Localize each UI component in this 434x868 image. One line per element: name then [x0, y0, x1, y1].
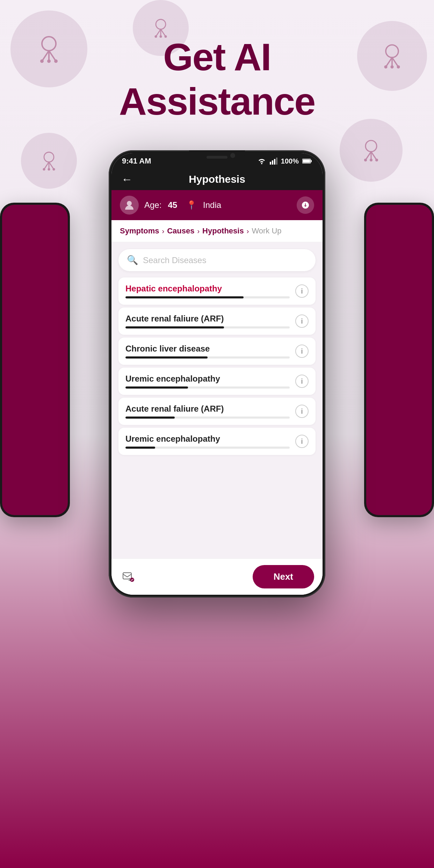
nav-title: Hypothesis: [189, 173, 245, 185]
disease-item[interactable]: Uremic encephalopathyi: [118, 368, 316, 395]
wifi-icon: [257, 158, 266, 165]
download-button[interactable]: [297, 196, 314, 214]
svg-line-24: [371, 152, 377, 160]
svg-rect-42: [303, 160, 310, 163]
svg-point-33: [48, 168, 50, 171]
svg-point-32: [43, 168, 45, 171]
side-phone-right: [364, 203, 434, 517]
back-button[interactable]: ←: [121, 173, 132, 186]
disease-name: Uremic encephalopathy: [125, 374, 290, 384]
progress-bar-bg: [125, 296, 290, 298]
disease-item[interactable]: Acute renal faliure (ARF)i: [118, 308, 316, 335]
age-value: 45: [168, 200, 177, 210]
avatar: [120, 196, 139, 215]
progress-bar-fill: [125, 356, 208, 359]
battery-level: 100%: [281, 157, 299, 165]
svg-rect-36: [270, 162, 271, 165]
svg-point-34: [53, 168, 55, 171]
disease-name: Uremic encephalopathy: [125, 434, 290, 444]
breadcrumb-causes[interactable]: Causes: [167, 226, 194, 236]
svg-line-22: [366, 152, 371, 160]
main-content: 🔍 Search Diseases Hepatic encephalopathy…: [111, 242, 323, 558]
progress-bar-bg: [125, 417, 290, 419]
progress-bar-fill: [125, 296, 244, 298]
svg-point-25: [364, 159, 367, 161]
side-phone-left: [0, 203, 70, 517]
status-time: 9:41 AM: [122, 157, 151, 166]
disease-list: Hepatic encephalopathyiAcute renal faliu…: [118, 277, 316, 458]
info-icon[interactable]: i: [295, 345, 309, 358]
signal-icon: [270, 158, 277, 165]
battery-icon: [302, 158, 312, 164]
breadcrumb-hypothesis[interactable]: Hypothesis: [202, 226, 244, 236]
phone-notch: [189, 150, 245, 160]
info-icon[interactable]: i: [295, 375, 309, 388]
info-icon[interactable]: i: [295, 435, 309, 448]
progress-bar-fill: [125, 447, 155, 449]
bottom-bar: Next: [111, 558, 323, 595]
patient-info: Age: 45 📍 India: [144, 200, 291, 210]
svg-point-35: [261, 163, 262, 164]
progress-bar-fill: [125, 326, 224, 328]
svg-point-28: [44, 152, 54, 162]
deco-circle-4: [340, 119, 403, 182]
phone-device: 9:41 AM 100%: [109, 150, 325, 598]
svg-point-43: [127, 201, 132, 206]
phone-screen: 9:41 AM 100%: [111, 153, 323, 595]
breadcrumb-chevron-1: ›: [162, 227, 164, 235]
breadcrumb-chevron-2: ›: [197, 227, 200, 235]
progress-bar-bg: [125, 326, 290, 328]
progress-bar-bg: [125, 356, 290, 359]
svg-rect-41: [311, 160, 312, 162]
svg-rect-44: [123, 573, 131, 579]
disease-item[interactable]: Chronic liver diseasei: [118, 338, 316, 365]
search-icon: 🔍: [127, 255, 138, 266]
svg-rect-37: [272, 160, 273, 165]
feedback-button[interactable]: [120, 568, 137, 586]
svg-rect-39: [276, 158, 277, 165]
info-icon[interactable]: i: [295, 405, 309, 418]
search-box[interactable]: 🔍 Search Diseases: [118, 249, 316, 271]
info-icon[interactable]: i: [295, 314, 309, 328]
disease-name: Hepatic encephalopathy: [125, 284, 290, 294]
top-nav: ← Hypothesis: [111, 168, 323, 190]
location: India: [203, 200, 221, 210]
svg-rect-38: [274, 159, 275, 165]
breadcrumb-workup[interactable]: Work Up: [252, 226, 281, 236]
disease-item[interactable]: Hepatic encephalopathyi: [118, 277, 316, 305]
progress-bar-bg: [125, 447, 290, 449]
progress-bar-fill: [125, 417, 175, 419]
disease-name: Chronic liver disease: [125, 344, 290, 354]
age-label: Age:: [144, 200, 161, 210]
next-button[interactable]: Next: [253, 565, 314, 588]
svg-point-26: [370, 159, 372, 161]
search-input-placeholder: Search Diseases: [143, 255, 206, 265]
disease-name: Acute renal faliure (ARF): [125, 404, 290, 414]
breadcrumb: Symptoms › Causes › Hypothesis › Work Up: [111, 220, 323, 242]
svg-line-29: [44, 162, 49, 169]
svg-line-31: [49, 162, 54, 169]
progress-bar-bg: [125, 386, 290, 389]
disease-item[interactable]: Uremic encephalopathyi: [118, 428, 316, 455]
svg-point-21: [366, 140, 377, 152]
svg-point-7: [156, 20, 166, 29]
status-icons: 100%: [257, 157, 312, 165]
breadcrumb-symptoms[interactable]: Symptoms: [120, 226, 159, 236]
breadcrumb-chevron-3: ›: [247, 227, 249, 235]
main-heading: Get AI Assistance: [0, 35, 434, 123]
patient-bar: Age: 45 📍 India: [111, 190, 323, 220]
disease-item[interactable]: Acute renal faliure (ARF)i: [118, 398, 316, 425]
disease-name: Acute renal faliure (ARF): [125, 314, 290, 324]
deco-circle-5: [21, 133, 77, 189]
info-icon[interactable]: i: [295, 284, 309, 298]
svg-point-27: [375, 159, 378, 161]
progress-bar-fill: [125, 386, 188, 389]
